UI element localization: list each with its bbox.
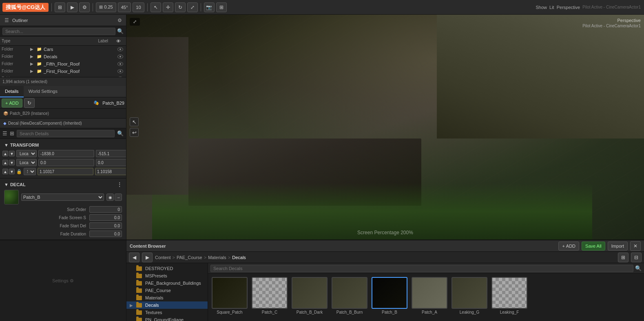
decal-header[interactable]: ▼ DECAL ⋮ bbox=[2, 180, 124, 189]
cb-save-all-btn[interactable]: Save All bbox=[582, 242, 605, 251]
grid-icon-btn[interactable]: ⊞ bbox=[55, 2, 65, 12]
scale-arrow-up[interactable]: ▲ bbox=[2, 169, 8, 174]
asset-thumbnail[interactable]: Square_Patch bbox=[211, 277, 248, 314]
settings-btn[interactable]: ⚙ bbox=[79, 2, 90, 12]
row-visibility-toggle[interactable] bbox=[116, 62, 124, 66]
material-select[interactable]: Patch_B bbox=[21, 193, 104, 201]
location-mode-select[interactable]: LocalWorld bbox=[16, 150, 37, 157]
tree-item-label: DESTROYED bbox=[145, 266, 173, 271]
viewport-ctrl-2[interactable]: ↩ bbox=[130, 128, 139, 137]
select-btn[interactable]: ↖ bbox=[150, 2, 161, 12]
loc-y-input[interactable] bbox=[96, 150, 126, 157]
outliner-menu-btn[interactable]: ☰ bbox=[2, 16, 11, 24]
details-refresh-btn[interactable]: ↻ bbox=[24, 98, 35, 108]
outliner-status-text: 1,994 actors (1 selected) bbox=[2, 79, 47, 84]
cb-close-btn[interactable]: ✕ bbox=[630, 241, 641, 251]
add-component-btn[interactable]: + ADD bbox=[2, 99, 22, 108]
grid-view-btn[interactable]: ⊞ bbox=[216, 2, 227, 12]
tree-item[interactable]: DESTROYED bbox=[126, 265, 208, 272]
cb-filter-btn[interactable]: ⊞ bbox=[618, 253, 629, 262]
tab-world-settings[interactable]: World Settings bbox=[24, 86, 62, 97]
camera-btn[interactable]: 📷 bbox=[204, 2, 215, 12]
outliner-row[interactable]: Folder ▶ 📁 Cars bbox=[0, 46, 126, 53]
left-panel: ☰ Outliner ⚙ 🔍 Type Label 👁 Folder ▶ 📁 C… bbox=[0, 15, 126, 240]
loc-arrow-up[interactable]: ▲ bbox=[2, 151, 8, 156]
cb-add-btn[interactable]: + ADD bbox=[558, 242, 579, 251]
loc-arrow-down[interactable]: ▼ bbox=[9, 151, 15, 156]
row-visibility-toggle[interactable] bbox=[116, 69, 124, 73]
viewport-ctrl-1[interactable]: ↖ bbox=[130, 117, 139, 126]
fade-duration-value[interactable]: 0.0 bbox=[89, 231, 122, 237]
tree-item[interactable]: ▶ Decals bbox=[126, 301, 208, 309]
show-label[interactable]: Show bbox=[536, 5, 547, 10]
move-btn[interactable]: ✛ bbox=[163, 2, 173, 12]
details-grid-view-icon[interactable]: ⊞ bbox=[10, 130, 14, 136]
outliner-row[interactable]: Folder ▶ 📁 Fifth_Floor_Roof_ bbox=[0, 60, 126, 68]
breadcrumb-item[interactable]: PAE_Course bbox=[177, 255, 202, 260]
asset-thumbnail[interactable]: Leaking_F bbox=[491, 277, 528, 314]
tree-item[interactable]: MSPresets bbox=[126, 272, 208, 279]
tree-item[interactable]: Materials bbox=[126, 294, 208, 301]
scale-y-input[interactable] bbox=[95, 168, 126, 175]
rotation-mode-select[interactable]: LocalWorld bbox=[16, 159, 37, 166]
rot-y-input[interactable] bbox=[96, 159, 126, 166]
lit-label[interactable]: Lit bbox=[549, 5, 554, 10]
breadcrumb-item[interactable]: Content bbox=[155, 255, 171, 260]
row-label: Cars bbox=[44, 47, 116, 52]
angle-btn[interactable]: 45° bbox=[118, 2, 131, 12]
asset-thumbnail[interactable]: Patch_B bbox=[371, 277, 408, 314]
fade-screen-value[interactable]: 0.0 bbox=[89, 214, 122, 221]
fade-start-value[interactable]: 0.0 bbox=[89, 222, 122, 229]
breadcrumb-item[interactable]: Decals bbox=[232, 255, 246, 260]
tree-folder-icon bbox=[136, 303, 142, 308]
cb-search-input[interactable] bbox=[210, 265, 633, 272]
rot-arrow-down[interactable]: ▼ bbox=[9, 160, 15, 165]
tree-item[interactable]: PAE_Course bbox=[126, 287, 208, 294]
play-btn[interactable]: ▶ bbox=[67, 2, 77, 12]
outliner-settings-btn[interactable]: ⚙ bbox=[115, 16, 124, 24]
rotate-btn[interactable]: ↻ bbox=[175, 2, 186, 12]
loc-x-input[interactable] bbox=[38, 150, 94, 157]
cb-import-btn[interactable]: Import bbox=[608, 242, 628, 251]
asset-thumbnail[interactable]: Patch_B_Burn bbox=[331, 277, 368, 314]
scale-mode-select[interactable]: S bbox=[24, 168, 36, 175]
decal-section: ▼ DECAL ⋮ Patch_B ◉ → bbox=[0, 178, 126, 240]
perspective-label[interactable]: Perspective bbox=[557, 5, 580, 10]
asset-thumbnail[interactable]: Patch_A bbox=[411, 277, 448, 314]
outliner-search-input[interactable] bbox=[2, 28, 115, 35]
sort-order-value[interactable]: 0 bbox=[89, 206, 122, 213]
outliner-row[interactable]: Folder ▶ 📁 First_Floor_Roof_ bbox=[0, 68, 126, 75]
breadcrumb-item[interactable]: Materials bbox=[208, 255, 226, 260]
transform-header[interactable]: ▼ TRANSFORM bbox=[2, 141, 124, 150]
scale-x-input[interactable] bbox=[38, 168, 93, 175]
scene-road bbox=[126, 37, 188, 194]
tree-item[interactable]: PAE_Background_Buildings bbox=[126, 279, 208, 287]
mat-arrow-btn[interactable]: → bbox=[115, 193, 122, 201]
asset-thumbnail[interactable]: Patch_B_Dark bbox=[291, 277, 328, 314]
details-search-input[interactable] bbox=[17, 130, 115, 137]
tree-item[interactable]: Textures bbox=[126, 309, 208, 316]
scale-icon-btn[interactable]: ⤢ bbox=[187, 2, 198, 12]
viewport-main[interactable]: ⤢ ↖ ↩ Perspective Pilot Active - CineCam… bbox=[126, 15, 644, 240]
details-list-view-icon[interactable]: ☰ bbox=[2, 130, 7, 136]
tab-details[interactable]: Details bbox=[0, 86, 24, 97]
scale-arrow-down[interactable]: ▼ bbox=[9, 169, 15, 174]
outliner-row[interactable]: Folder ▶ 📁 Decals bbox=[0, 53, 126, 60]
row-visibility-toggle[interactable] bbox=[116, 47, 124, 51]
rot-x-input[interactable] bbox=[38, 159, 94, 166]
cb-view-btn[interactable]: ⊟ bbox=[631, 253, 642, 262]
cb-back-btn[interactable]: ◀ bbox=[129, 253, 139, 262]
mat-browse-btn[interactable]: ◉ bbox=[106, 193, 114, 201]
viewport-maximize-btn[interactable]: ⤢ bbox=[130, 18, 140, 26]
asset-thumbnail[interactable]: Leaking_G bbox=[451, 277, 488, 314]
asset-thumbnail[interactable]: Patch_C bbox=[251, 277, 288, 314]
tree-item[interactable]: PN_GroundFoliage bbox=[126, 316, 208, 321]
cb-forward-btn[interactable]: ▶ bbox=[142, 253, 153, 262]
scale-lock-icon[interactable]: 🔒 bbox=[16, 168, 22, 175]
row-visibility-toggle[interactable] bbox=[116, 55, 124, 59]
snap-btn[interactable]: ⊞ 0.25 bbox=[96, 2, 116, 12]
decal-menu-icon[interactable]: ⋮ bbox=[117, 182, 122, 187]
rotation-arrows: ▲ ▼ bbox=[2, 160, 15, 165]
scale-btn[interactable]: 10 bbox=[133, 2, 144, 12]
rot-arrow-up[interactable]: ▲ bbox=[2, 160, 8, 165]
